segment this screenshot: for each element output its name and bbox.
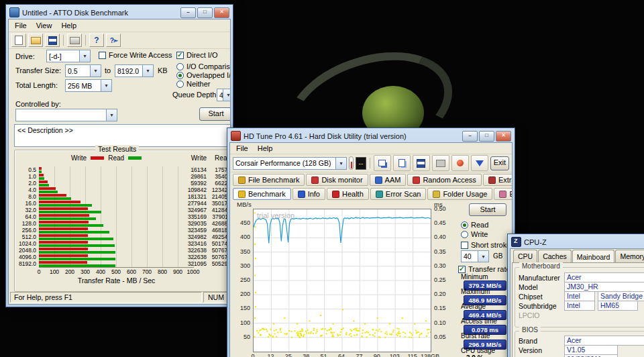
maximize-button[interactable] [479,131,494,142]
hdtune-y-left: 45040035030025020015010050 [233,209,252,351]
toolbar-divider [85,35,86,46]
hdtune-tab-extra-tests[interactable]: Extra tests [483,174,513,186]
capacity-select[interactable]: 40 [461,250,489,262]
help-icon[interactable] [106,34,121,47]
hdtune-menu-help[interactable]: Help [253,143,278,154]
tab-label: Random Access [423,176,476,184]
atto-menu-view[interactable]: View [32,20,57,31]
stat-label: Burst rate [458,332,513,340]
transfer-size-label: Transfer Size: [15,66,61,74]
transfer-from-value: 0.5 [66,67,90,75]
new-icon[interactable] [11,34,26,47]
read-radio[interactable]: Read [461,221,488,229]
atto-write-bar [39,201,80,203]
exit-button[interactable]: Exit [490,156,509,170]
atto-menu-help[interactable]: Help [56,20,81,31]
atto-menu-file[interactable]: File [10,20,32,31]
motherboard-group-title: Motherboard [519,262,563,270]
hdtune-x-axis: 012253851647790103115128GB [253,353,443,357]
dropdown-arrow-icon [79,50,90,62]
hdtune-stat-maximum: Maximum486.9 MB/s [458,288,513,303]
hdtune-tab-info[interactable]: Info [292,188,325,200]
neither-label: Neither [186,80,210,88]
start-button[interactable]: Start [469,203,506,216]
overlapped-io-radio[interactable]: Overlapped I/O [176,71,231,79]
drive-select[interactable]: [-d-] [46,50,91,62]
hdtune-tab-health[interactable]: Health [327,188,369,200]
drive-select[interactable]: Corsair Performance (128 GB) [233,157,347,170]
neither-radio[interactable]: Neither [176,80,210,88]
hdtune-tab-disk-monitor[interactable]: Disk monitor [306,174,368,186]
cpuz-tab-mainboard[interactable]: Mainboard [572,250,615,263]
close-button[interactable] [496,131,511,142]
total-length-select[interactable]: 256 MB [65,79,112,92]
cpuz-titlebar[interactable]: CPU-Z [510,236,644,248]
hdtune-tab-error-scan[interactable]: Error Scan [370,188,427,200]
print-icon2[interactable] [432,155,449,171]
chipset-vendor-field: Intel [564,291,595,301]
atto-result-row: 8192.0321095505290 [15,260,231,267]
about-icon[interactable] [89,34,104,47]
atto-result-row: 0.51613417576 [15,166,231,173]
description-box[interactable]: << Description >> [14,124,231,147]
screenshot-icon[interactable] [374,155,391,171]
print-icon[interactable] [67,34,82,47]
drive-label: Drive: [15,52,35,60]
save-image-icon[interactable] [413,155,430,171]
hdtune-y-left-tick: 400 [233,234,250,240]
test-results-title: Test Results [95,145,139,153]
force-write-access-checkbox[interactable]: Force Write Access [99,51,172,59]
cpuz-tab-cpu[interactable]: CPU [513,250,537,263]
transfer-rate-checkbox[interactable]: Transfer rate [458,265,511,273]
atto-size-label: 0.5 [15,166,36,173]
hdtune-menu-file[interactable]: File [231,143,253,154]
start-button[interactable]: Start [199,107,231,121]
hdtune-y-right-tick: 0.25 [434,276,453,283]
hdtune-tab-folder-usage[interactable]: Folder Usage [427,188,492,200]
controlled-by-select[interactable] [15,109,117,121]
transfer-size-to-select[interactable]: 8192.0 [115,64,154,77]
minimize-button[interactable] [462,131,478,142]
hdtune-x-tick: 103 [385,353,404,357]
dropdown-arrow-icon [90,65,101,76]
hdtune-y-right-tick: 0.15 [434,305,453,311]
atto-write-value: 322638 [172,254,207,260]
atto-write-value: 324967 [172,207,207,213]
hdtune-tab-random-access[interactable]: Random Access [407,174,481,186]
atto-size-label: 8192.0 [15,260,36,267]
toolbar-divider [370,158,370,168]
record-icon[interactable] [451,155,469,171]
hdtune-toolbar-icons [374,155,488,171]
direct-io-label: Direct I/O [186,51,217,59]
atto-write-bar [39,214,89,217]
download-icon[interactable] [471,155,488,171]
save-icon[interactable] [45,34,60,47]
copy-icon[interactable] [393,155,411,171]
open-icon[interactable] [28,34,43,47]
short-stroke-checkbox[interactable]: Short stroke [461,241,511,249]
hdtune-tab-file-benchmark[interactable]: File Benchmark [233,174,305,186]
io-comparison-radio[interactable]: I/O Comparison [176,62,231,70]
cpuz-tab-caches[interactable]: Caches [538,250,572,263]
close-button[interactable] [214,7,229,18]
minimize-button[interactable] [180,7,196,18]
hdtune-tab-erase[interactable]: Erase [494,188,513,200]
hdtune-x-tick: 25 [279,353,298,357]
write-radio[interactable]: Write [461,230,488,238]
model-field: JM30_HR [564,282,644,292]
disk-monitor-icon [311,176,319,184]
hdtune-tab-aam[interactable]: AAM [370,174,407,186]
maximize-button[interactable] [197,7,213,18]
hdtune-toolbar: Corsair Performance (128 GB) -- Exit [230,154,512,172]
cpuz-tab-memory[interactable]: Memory [615,250,644,263]
direct-io-checkbox[interactable]: Direct I/O [176,51,217,59]
hdtune-tab-benchmark[interactable]: Benchmark [233,188,291,200]
hdtune-titlebar[interactable]: HD Tune Pro 4.61 - Hard Disk Utility (tr… [229,130,513,142]
cpuz-window-title: CPU-Z [524,238,644,246]
transfer-size-from-select[interactable]: 0.5 [65,64,101,77]
radio-selected-icon [461,221,468,229]
queue-depth-select[interactable]: 4 [217,89,231,101]
atto-result-row: 32.0324967412844 [15,207,231,213]
benchmark-icon [238,191,246,198]
atto-titlebar[interactable]: Untitled - ATTO Disk Benchmark [8,6,231,19]
